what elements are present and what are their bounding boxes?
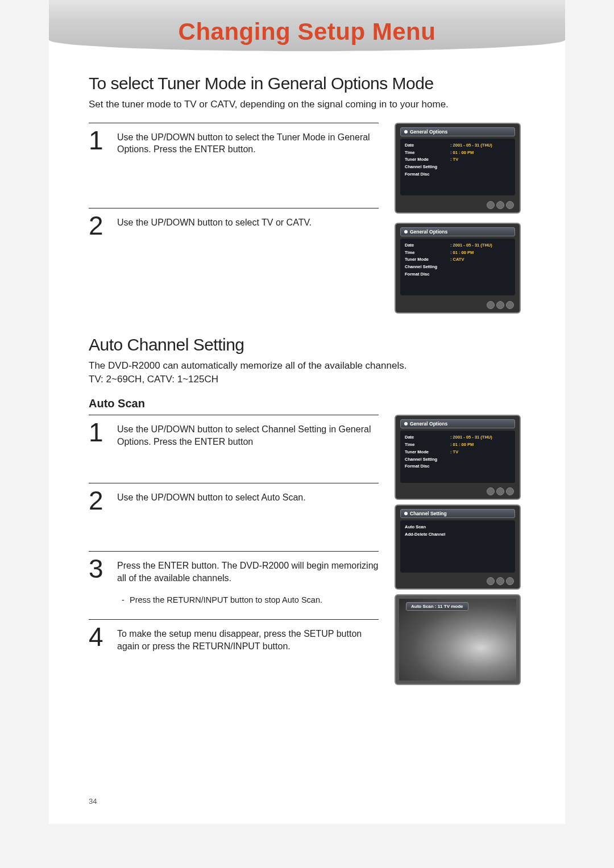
step-number: 2 bbox=[89, 214, 109, 237]
step-text: To make the setup menu disappear, press … bbox=[117, 625, 379, 652]
section1-step-1: 1 Use the UP/DOWN button to select the T… bbox=[89, 123, 379, 208]
section2-step-1: 1 Use the UP/DOWN button to select Chann… bbox=[89, 415, 379, 483]
section2-title: Auto Channel Setting bbox=[89, 335, 525, 354]
section1-subtitle: Set the tuner mode to TV or CATV, depend… bbox=[89, 98, 525, 111]
step-text: Use the UP/DOWN button to select Channel… bbox=[117, 421, 379, 448]
osd-auto-scan-preview: Auto Scan : 11 TV mode bbox=[395, 594, 521, 685]
step-note: Press the RETURN/INPUT button to stop Au… bbox=[117, 595, 379, 606]
auto-scan-heading: Auto Scan bbox=[89, 397, 525, 410]
section2-step-3: 3 Press the ENTER button. The DVD-R2000 … bbox=[89, 551, 379, 619]
step-text: Use the UP/DOWN button to select Auto Sc… bbox=[117, 489, 379, 504]
section2-step-4: 4 To make the setup menu disappear, pres… bbox=[89, 619, 379, 665]
section2-step-2: 2 Use the UP/DOWN button to select Auto … bbox=[89, 483, 379, 551]
step-text: Use the UP/DOWN button to select the Tun… bbox=[117, 129, 379, 156]
osd-title: Channel Setting bbox=[400, 509, 515, 518]
osd-title: General Options bbox=[400, 127, 515, 136]
section1-title: To select Tuner Mode in General Options … bbox=[89, 74, 525, 93]
header-title: Changing Setup Menu bbox=[49, 18, 565, 45]
step-text: Use the UP/DOWN button to select TV or C… bbox=[117, 214, 379, 229]
osd-general-options-tv: General Options Date: 2001 - 05 - 31 (TH… bbox=[395, 123, 521, 214]
osd-title: General Options bbox=[400, 419, 515, 428]
step-number: 2 bbox=[89, 489, 109, 512]
manual-page: Changing Setup Menu To select Tuner Mode… bbox=[49, 0, 565, 824]
osd-title: General Options bbox=[400, 227, 515, 236]
page-number: 34 bbox=[89, 797, 97, 806]
section1-step-2: 2 Use the UP/DOWN button to select TV or… bbox=[89, 208, 379, 282]
step-number: 4 bbox=[89, 625, 109, 649]
section2-subtitle: The DVD-R2000 can automatically memorize… bbox=[89, 359, 525, 386]
osd-general-options-tv-2: General Options Date: 2001 - 05 - 31 (TH… bbox=[395, 415, 521, 500]
tv-preview-image bbox=[399, 599, 516, 681]
step-number: 1 bbox=[89, 421, 109, 444]
step-number: 1 bbox=[89, 129, 109, 152]
header-bar: Changing Setup Menu bbox=[49, 0, 565, 51]
auto-scan-status: Auto Scan : 11 TV mode bbox=[406, 602, 468, 611]
osd-channel-setting: Channel Setting Auto Scan Add-Delete Cha… bbox=[395, 504, 521, 590]
osd-general-options-catv: General Options Date: 2001 - 05 - 31 (TH… bbox=[395, 223, 521, 314]
step-number: 3 bbox=[89, 557, 109, 581]
step-text: Press the ENTER button. The DVD-R2000 wi… bbox=[117, 561, 378, 583]
